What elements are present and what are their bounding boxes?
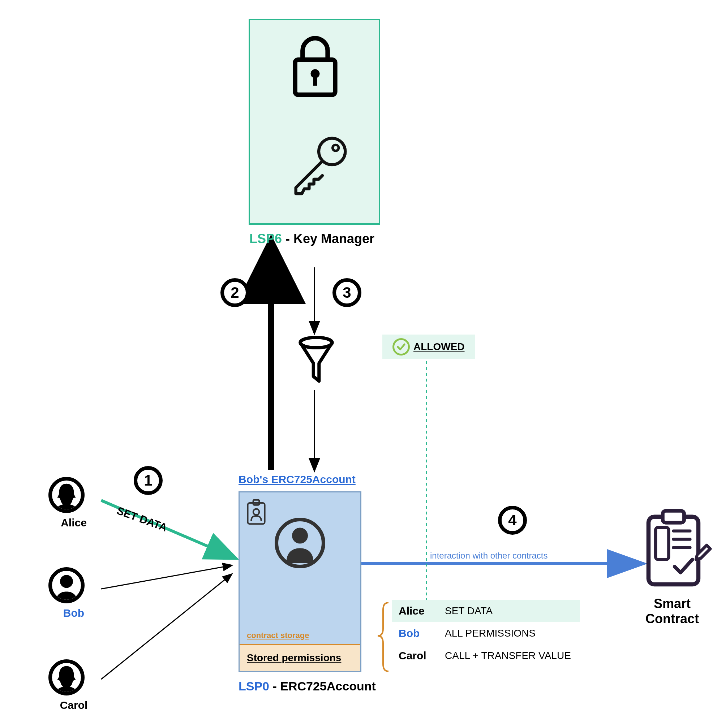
funnel-icon xyxy=(296,336,336,383)
step-2-badge: 2 xyxy=(220,278,249,307)
allowed-label: ALLOWED xyxy=(413,341,465,353)
svg-line-4 xyxy=(101,565,231,589)
lsp0-prefix: LSP0 xyxy=(238,679,269,693)
diagram-canvas: LSP6 - Key Manager 2 3 1 4 ALLOWED Alice… xyxy=(0,0,717,728)
permission-row-alice: Alice SET DATA xyxy=(392,600,580,622)
user-bob: Bob xyxy=(49,567,99,619)
perm-name: Bob xyxy=(399,627,435,640)
perm-name: Carol xyxy=(399,650,435,662)
permission-row-bob: Bob ALL PERMISSIONS xyxy=(392,622,580,644)
svg-rect-9 xyxy=(313,76,317,86)
set-data-label: SET DATA xyxy=(115,504,169,534)
permissions-table: Alice SET DATA Bob ALL PERMISSIONS Carol… xyxy=(392,600,580,667)
lsp0-title: - ERC725Account xyxy=(269,679,376,693)
lock-icon xyxy=(290,35,340,100)
svg-rect-20 xyxy=(656,527,668,560)
key-icon xyxy=(282,129,355,201)
stored-permissions-label: Stored permissions xyxy=(240,644,360,671)
account-avatar-icon xyxy=(275,518,325,568)
svg-line-5 xyxy=(101,574,231,679)
user-bob-label: Bob xyxy=(49,607,99,619)
account-lsp0-label: LSP0 - ERC725Account xyxy=(238,679,376,693)
clipboard-contract-icon xyxy=(640,507,712,590)
check-icon xyxy=(392,338,410,355)
key-manager-label: LSP6 - Key Manager xyxy=(249,231,374,247)
key-manager-title: - Key Manager xyxy=(282,231,374,246)
key-manager-box xyxy=(249,19,380,225)
contract-storage-label: contract storage xyxy=(240,631,360,644)
step-1-badge: 1 xyxy=(134,466,163,495)
svg-point-12 xyxy=(300,337,332,348)
step-3-badge: 3 xyxy=(333,278,362,307)
perm-value: CALL + TRANSFER VALUE xyxy=(445,650,571,661)
account-card: contract storage Stored permissions xyxy=(238,491,362,672)
svg-point-16 xyxy=(253,509,259,515)
svg-point-13 xyxy=(60,575,73,588)
user-carol-label: Carol xyxy=(49,699,99,711)
interaction-label: interaction with other contracts xyxy=(430,551,548,561)
key-manager-lsp: LSP6 xyxy=(249,231,282,246)
account-link[interactable]: Bob's ERC725Account xyxy=(238,473,355,486)
svg-point-11 xyxy=(333,145,339,151)
allowed-box: ALLOWED xyxy=(382,335,475,359)
permission-row-carol: Carol CALL + TRANSFER VALUE xyxy=(392,644,580,667)
perm-value: ALL PERMISSIONS xyxy=(445,627,535,639)
step-4-badge: 4 xyxy=(498,506,527,535)
perm-value: SET DATA xyxy=(445,605,493,617)
svg-point-17 xyxy=(292,528,308,544)
id-badge-icon xyxy=(246,499,266,525)
user-alice: Alice xyxy=(49,477,99,529)
svg-rect-19 xyxy=(663,511,684,523)
avatar-icon xyxy=(49,477,85,513)
user-carol: Carol xyxy=(49,659,99,711)
smart-contract-label: Smart Contract xyxy=(625,596,717,626)
svg-rect-14 xyxy=(247,503,264,524)
avatar-icon xyxy=(49,567,85,603)
user-alice-label: Alice xyxy=(49,517,99,529)
perm-name: Alice xyxy=(399,605,435,617)
avatar-icon xyxy=(49,659,85,696)
